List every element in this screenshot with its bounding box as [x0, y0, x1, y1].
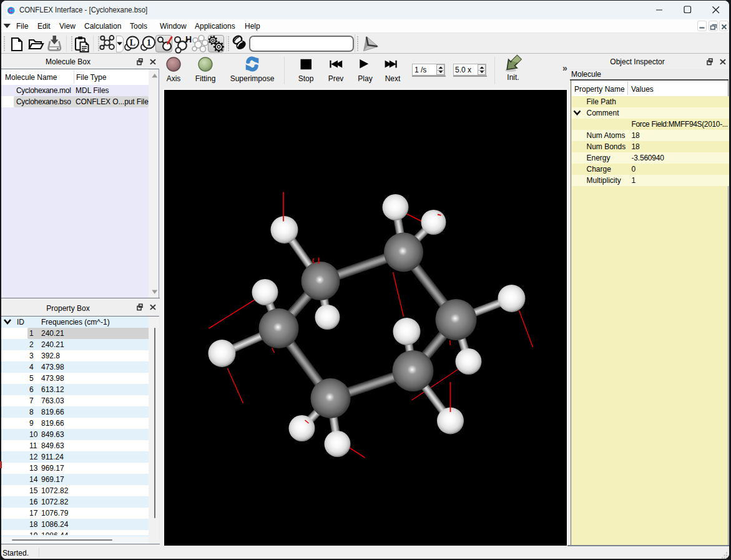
svg-text:1: 1	[147, 38, 151, 47]
svg-text:C: C	[8, 7, 13, 14]
svg-text:H: H	[185, 34, 192, 44]
svg-text:L: L	[130, 38, 135, 47]
